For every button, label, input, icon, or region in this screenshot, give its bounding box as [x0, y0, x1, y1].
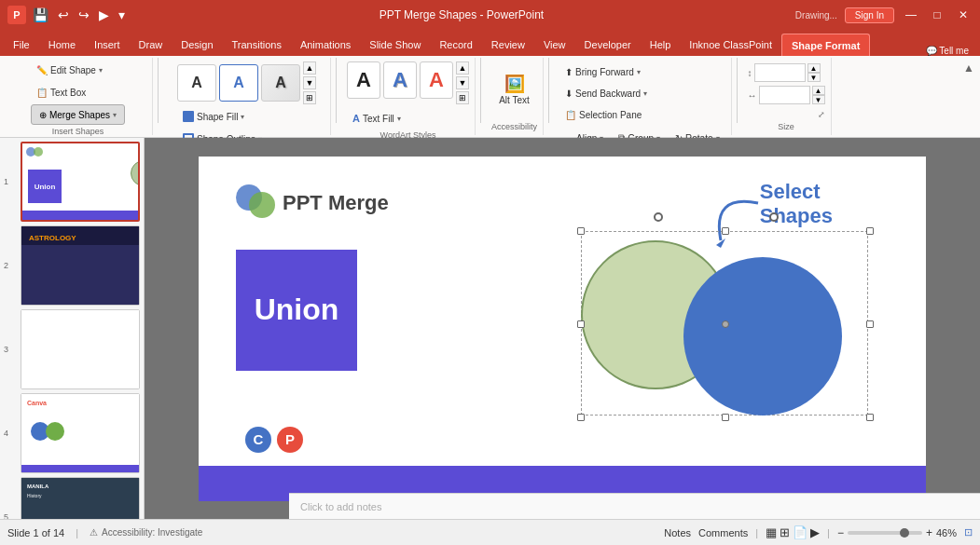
wordart-btn-2[interactable]: A	[383, 61, 417, 99]
handle-tl[interactable]	[577, 227, 585, 235]
statusbar: Slide 1 of 14 | ⚠ Accessibility: Investi…	[0, 519, 980, 545]
width-down-btn[interactable]: ▼	[812, 95, 825, 104]
tab-record[interactable]: Record	[430, 34, 481, 56]
notes-btn[interactable]: Notes	[664, 527, 691, 538]
wordart-styles-group: A A A ▲ ▼ ⊞ A Text Fill ▾ WordArt Styles	[341, 58, 476, 135]
wordart-down-btn[interactable]: ▼	[456, 76, 469, 89]
height-up-btn[interactable]: ▲	[807, 63, 821, 73]
titlebar-right: Drawing... Sign In — □ ✕	[795, 6, 973, 24]
ppt-merge-label: PPT Merge	[283, 191, 389, 215]
style-btn-3[interactable]: A	[261, 64, 300, 102]
style-btn-2[interactable]: A	[219, 64, 258, 102]
app-icon: P	[7, 6, 26, 24]
height-input[interactable]: 5.08"	[754, 63, 806, 82]
alt-text-btn[interactable]: 🖼️ Alt Text	[495, 63, 533, 115]
tab-transitions[interactable]: Transitions	[223, 34, 291, 56]
tab-view[interactable]: View	[534, 34, 575, 56]
customize-btn[interactable]: ▾	[116, 6, 128, 24]
zoom-out-btn[interactable]: −	[837, 526, 844, 539]
present-btn[interactable]: ▶	[96, 6, 112, 24]
handle-ml[interactable]	[577, 320, 585, 328]
tab-home[interactable]: Home	[39, 34, 85, 56]
height-down-btn[interactable]: ▼	[807, 73, 821, 82]
handle-br[interactable]	[866, 414, 874, 421]
shape-fill-row: Shape Fill ▾	[177, 106, 316, 127]
wordart-btn-1[interactable]: A	[347, 61, 380, 99]
tab-animations[interactable]: Animations	[291, 34, 360, 56]
rotate-handle-2[interactable]	[769, 212, 779, 222]
style-expand-btn[interactable]: ⊞	[303, 91, 316, 104]
zoom-slider[interactable]	[848, 531, 922, 535]
blue-circle[interactable]	[683, 257, 842, 416]
wordart-expand-btn[interactable]: ⊞	[456, 91, 469, 104]
tab-review[interactable]: Review	[482, 34, 534, 56]
sign-in-btn[interactable]: Sign In	[845, 7, 894, 23]
undo-btn[interactable]: ↩	[55, 6, 72, 24]
insert-shapes-label: Insert Shapes	[52, 127, 104, 138]
restore-btn[interactable]: □	[928, 6, 946, 24]
minimize-btn[interactable]: —	[902, 6, 920, 24]
union-text: Union	[255, 293, 339, 327]
tell-me-btn[interactable]: 💬 Tell me	[918, 46, 976, 56]
save-btn[interactable]: 💾	[30, 6, 51, 24]
text-box-btn[interactable]: 📋 Text Box	[31, 82, 91, 102]
handle-tc[interactable]	[722, 227, 729, 235]
size-dialog-btn[interactable]: ⤢	[818, 110, 825, 119]
tab-help[interactable]: Help	[641, 34, 681, 56]
tab-shape-format[interactable]: Shape Format	[781, 34, 870, 56]
normal-view-btn[interactable]: ▦	[766, 525, 777, 539]
collapse-ribbon-btn[interactable]: ▲	[961, 58, 976, 135]
slide-thumb-1[interactable]: Union	[21, 142, 140, 222]
fit-slide-btn[interactable]: ⊡	[964, 526, 973, 538]
handle-tr[interactable]	[866, 227, 874, 235]
reading-view-btn[interactable]: 📄	[793, 525, 807, 539]
p-logo: P	[277, 427, 303, 453]
edit-shape-btn[interactable]: ✏️ Edit Shape ▾	[31, 60, 108, 80]
merge-shapes-btn[interactable]: ⊕ Merge Shapes ▾	[31, 104, 125, 125]
wordart-btn-3[interactable]: A	[420, 61, 453, 99]
slideshow-btn[interactable]: ▶	[810, 525, 820, 539]
accessibility-status[interactable]: ⚠ Accessibility: Investigate	[90, 527, 202, 538]
send-backward-btn[interactable]: ⬇ Send Backward ▾	[559, 83, 653, 103]
slide-canvas[interactable]: PPT Merge Union Select Shapes	[199, 157, 926, 501]
width-input[interactable]: 5.08"	[759, 86, 810, 104]
tab-insert[interactable]: Insert	[85, 34, 130, 56]
style-up-btn[interactable]: ▲	[303, 61, 316, 75]
titlebar: P 💾 ↩ ↪ ▶ ▾ PPT Merge Shapes - PowerPoin…	[0, 0, 980, 30]
slide-thumb-3[interactable]	[21, 309, 140, 389]
handle-mc[interactable]	[722, 320, 729, 328]
slide-thumb-5[interactable]: MANILA History	[21, 477, 140, 519]
tab-developer[interactable]: Developer	[575, 34, 641, 56]
tab-classpoint[interactable]: Inknoe ClassPoint	[680, 34, 781, 56]
handle-mr[interactable]	[866, 320, 874, 328]
tab-draw[interactable]: Draw	[130, 34, 173, 56]
slide-thumb-2[interactable]: ASTROLOGY	[21, 225, 140, 306]
width-spin: ▲ ▼	[812, 86, 825, 104]
rotate-handle-1[interactable]	[654, 212, 663, 222]
width-label: ↔	[748, 90, 757, 101]
bring-forward-btn[interactable]: ⬆ Bring Forward ▾	[559, 61, 646, 82]
slide-thumb-4[interactable]: Canva	[21, 393, 140, 473]
slide-sorter-btn[interactable]: ⊞	[780, 525, 790, 539]
style-btn-1[interactable]: A	[177, 64, 216, 102]
ribbon-tabs: File Home Insert Draw Design Transitions…	[0, 30, 980, 56]
close-btn[interactable]: ✕	[954, 6, 973, 24]
status-right: Notes Comments | ▦ ⊞ 📄 ▶ | − + 46% ⊡	[664, 525, 973, 539]
handle-bl[interactable]	[577, 414, 585, 421]
selection-pane-btn[interactable]: 📋 Selection Pane	[559, 104, 647, 125]
handle-bc[interactable]	[722, 414, 729, 421]
tab-slideshow[interactable]: Slide Show	[360, 34, 430, 56]
width-up-btn[interactable]: ▲	[812, 86, 825, 95]
text-fill-btn[interactable]: A Text Fill ▾	[347, 108, 407, 129]
comments-btn[interactable]: Comments	[698, 527, 748, 538]
thumb-content-5: MANILA History	[21, 478, 139, 519]
wordart-up-btn[interactable]: ▲	[456, 61, 469, 75]
zoom-in-btn[interactable]: +	[926, 526, 932, 539]
redo-btn[interactable]: ↪	[76, 6, 92, 24]
notes-area[interactable]: Click to add notes	[289, 493, 980, 519]
tab-design[interactable]: Design	[172, 34, 222, 56]
shape-fill-btn[interactable]: Shape Fill ▾	[177, 106, 250, 127]
tab-file[interactable]: File	[4, 34, 39, 56]
style-down-btn[interactable]: ▼	[303, 76, 316, 89]
slide-item-2: 2 ASTROLOGY	[21, 225, 140, 306]
